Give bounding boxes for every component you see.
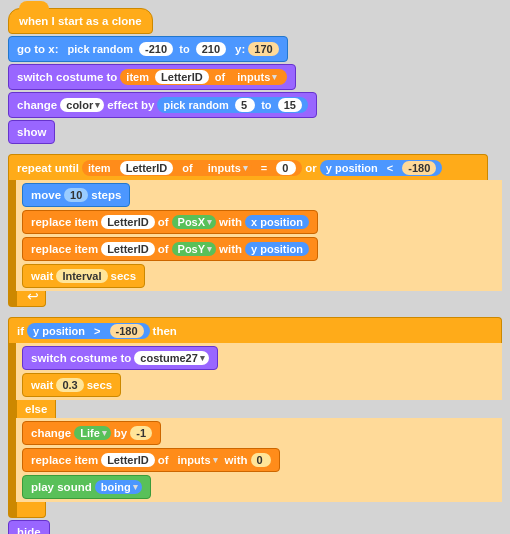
condition-right: y position < -180 xyxy=(320,160,443,176)
if-footer-wrapper xyxy=(8,502,502,518)
replace3-letterid: LetterID xyxy=(101,453,155,467)
wait2-label: wait xyxy=(31,379,53,391)
ypos-val: -180 xyxy=(402,161,436,175)
replace3-dropdown[interactable]: inputs xyxy=(172,453,222,467)
change-life-block: change Life by -1 xyxy=(22,421,161,445)
if-else-outer: if y position > -180 then switch costume… xyxy=(8,317,502,518)
wait2-block: wait 0.3 secs xyxy=(22,373,121,397)
loop-arrow: ↩ xyxy=(27,288,39,304)
hide-block: hide xyxy=(8,520,50,534)
change-effect-block: change color effect by pick random 5 to … xyxy=(8,92,317,118)
repeat-footer: ↩ xyxy=(16,291,46,307)
if-left-bar xyxy=(8,343,16,400)
else-label-block: else xyxy=(16,400,56,418)
item-block: item LetterID of inputs xyxy=(120,69,287,85)
goto-block: go to x: pick random -210 to 210 y: 170 xyxy=(8,36,288,62)
replace3-label: replace item xyxy=(31,454,98,466)
repeat-until-label: repeat until xyxy=(17,162,79,174)
else-body: change Life by -1 replace item LetterID … xyxy=(16,418,502,502)
replace2-with: with xyxy=(219,243,242,255)
show-label: show xyxy=(17,126,46,138)
else-left-bar xyxy=(8,418,16,502)
if-footer xyxy=(16,502,46,518)
replace3-with: with xyxy=(225,454,248,466)
if-label: if xyxy=(17,325,24,337)
wait1-val: Interval xyxy=(56,269,107,283)
goto-label: go to x: xyxy=(17,43,59,55)
if-condition: y position > -180 xyxy=(27,323,150,339)
else-text: else xyxy=(25,403,47,415)
switch-costume-block: switch costume to item LetterID of input… xyxy=(8,64,296,90)
posx-dropdown[interactable]: PosX xyxy=(172,215,217,229)
x-min: -210 xyxy=(139,42,173,56)
replace1-label: replace item xyxy=(31,216,98,228)
y-label: y: xyxy=(235,43,245,55)
replace3-block: replace item LetterID of inputs with 0 xyxy=(22,448,280,472)
cond-zero: 0 xyxy=(276,161,296,175)
replace3-val: 0 xyxy=(251,453,271,467)
if-yval: -180 xyxy=(110,324,144,338)
replace3-of: of xyxy=(158,454,169,466)
replace2-block: replace item LetterID of PosY with y pos… xyxy=(22,237,318,261)
replace2-label: replace item xyxy=(31,243,98,255)
costume27-dropdown[interactable]: costume27 xyxy=(134,351,208,365)
letterid-val: LetterID xyxy=(155,70,209,84)
xpos-val: x position xyxy=(245,215,309,229)
pick-random-block: pick random -210 to 210 xyxy=(62,41,233,57)
condition-left: item LetterID of inputs = 0 xyxy=(82,160,302,176)
wait1-label: wait xyxy=(31,270,53,282)
posy-dropdown[interactable]: PosY xyxy=(172,242,217,256)
wait2-secs: secs xyxy=(87,379,113,391)
life-dropdown[interactable]: Life xyxy=(74,426,111,440)
then-label: then xyxy=(153,325,177,337)
cond-letterid: LetterID xyxy=(120,161,174,175)
repeat-body: move 10 steps replace item LetterID of P… xyxy=(16,180,502,291)
repeat-body-wrapper: move 10 steps replace item LetterID of P… xyxy=(8,180,502,291)
steps-label: steps xyxy=(91,189,121,201)
if-footer-bar xyxy=(8,502,16,518)
boing-dropdown[interactable]: boing xyxy=(95,480,142,494)
replace1-block: replace item LetterID of PosX with x pos… xyxy=(22,210,318,234)
by-label: by xyxy=(114,427,127,439)
hat-label: when I start as a clone xyxy=(19,15,142,27)
move-steps: 10 xyxy=(64,188,88,202)
switch-costume27-block: switch costume to costume27 xyxy=(22,346,218,370)
replace2-of: of xyxy=(158,243,169,255)
effect-label: effect by xyxy=(107,99,154,111)
if-header: if y position > -180 then xyxy=(8,317,502,343)
rand-max: 15 xyxy=(278,98,302,112)
wait1-block: wait Interval secs xyxy=(22,264,145,288)
x-max: 210 xyxy=(196,42,226,56)
wait1-secs: secs xyxy=(111,270,137,282)
repeat-until-header: repeat until item LetterID of inputs = 0… xyxy=(8,154,488,180)
switch-label: switch costume to xyxy=(17,71,117,83)
move-block: move 10 steps xyxy=(22,183,130,207)
hide-label: hide xyxy=(17,526,41,534)
repeat-footer-wrapper: ↩ xyxy=(8,291,502,307)
change-label: change xyxy=(17,99,57,111)
else-bar-left xyxy=(8,400,16,418)
else-wrapper: else xyxy=(8,400,502,418)
repeat-footer-bar xyxy=(8,291,16,307)
blocks-container: when I start as a clone go to x: pick ra… xyxy=(8,8,502,534)
play-sound-block: play sound boing xyxy=(22,475,151,499)
wait2-val: 0.3 xyxy=(56,378,83,392)
replace1-of: of xyxy=(158,216,169,228)
play-sound-label: play sound xyxy=(31,481,92,493)
ypos-pos-val: y position xyxy=(245,242,309,256)
replace2-letterid: LetterID xyxy=(101,242,155,256)
if-body-wrapper: switch costume to costume27 wait 0.3 sec… xyxy=(8,343,502,400)
replace1-with: with xyxy=(219,216,242,228)
rand-min: 5 xyxy=(235,98,255,112)
replace1-letterid: LetterID xyxy=(101,215,155,229)
change-life-label: change xyxy=(31,427,71,439)
if-body: switch costume to costume27 wait 0.3 sec… xyxy=(16,343,502,400)
else-body-wrapper: change Life by -1 replace item LetterID … xyxy=(8,418,502,502)
hat-block: when I start as a clone xyxy=(8,8,153,34)
effect-dropdown[interactable]: color xyxy=(60,98,104,112)
y-val: 170 xyxy=(248,42,278,56)
repeat-until-outer: repeat until item LetterID of inputs = 0… xyxy=(8,154,502,307)
cond-inputs-dropdown[interactable]: inputs xyxy=(202,161,252,175)
repeat-left-bar xyxy=(8,180,16,291)
inputs-dropdown[interactable]: inputs xyxy=(231,70,281,84)
